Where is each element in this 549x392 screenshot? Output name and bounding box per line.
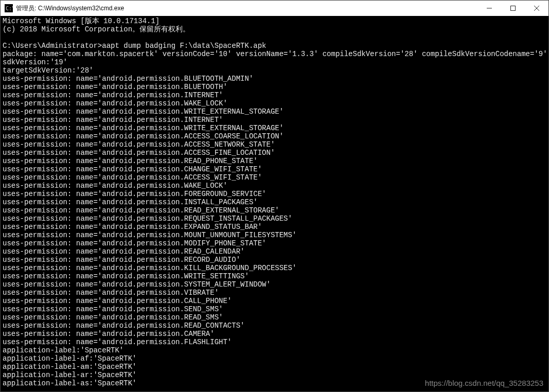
line: uses-permission: name='android.permissio… [3,190,266,198]
line: uses-permission: name='android.permissio… [3,297,232,305]
line: uses-permission: name='android.permissio… [3,256,240,264]
line: uses-permission: name='android.permissio… [3,157,258,165]
line: uses-permission: name='android.permissio… [3,215,292,223]
line: uses-permission: name='android.permissio… [3,280,271,289]
line: uses-permission: name='android.permissio… [3,124,284,132]
line: uses-permission: name='android.permissio… [3,108,284,116]
window-controls [477,1,548,16]
line: uses-permission: name='android.permissio… [3,330,215,338]
line: uses-permission: name='android.permissio… [3,83,227,91]
line: uses-permission: name='android.permissio… [3,132,284,140]
line: uses-permission: name='android.permissio… [3,173,262,182]
line: uses-permission: name='android.permissio… [3,116,223,124]
line: uses-permission: name='android.permissio… [3,289,219,297]
line: uses-permission: name='android.permissio… [3,182,227,190]
line: uses-permission: name='android.permissio… [3,99,227,108]
line: application-label:'SpaceRTK' [3,346,123,354]
line: application-label-am:'SpaceRTK' [3,363,136,371]
minimize-button[interactable] [477,1,501,16]
line: uses-permission: name='android.permissio… [3,239,266,247]
line: application-label-af:'SpaceRTK' [3,354,136,363]
line: application-label-as:'SpaceRTK' [3,379,136,387]
line: uses-permission: name='android.permissio… [3,305,223,313]
line: Microsoft Windows [版本 10.0.17134.1] [3,17,160,25]
line: application-label-ar:'SpaceRTK' [3,371,136,379]
svg-rect-3 [511,6,516,11]
cmd-icon: C:\ [5,4,13,12]
line: package: name='com.markton.spacertk' ver… [3,50,547,58]
prompt: C:\Users\Administrator> [3,42,102,50]
command: aapt dump badging F:\data\SpaceRTK.apk [102,42,266,50]
svg-text:C:\: C:\ [6,6,13,11]
line: uses-permission: name='android.permissio… [3,140,275,149]
line: uses-permission: name='android.permissio… [3,75,253,83]
line: sdkVersion:'19' [3,58,67,66]
line: uses-permission: name='android.permissio… [3,264,296,272]
line: uses-permission: name='android.permissio… [3,149,275,157]
maximize-button[interactable] [501,1,525,16]
line: uses-permission: name='android.permissio… [3,322,244,330]
close-button[interactable] [525,1,548,16]
window-title: 管理员: C:\Windows\system32\cmd.exe [16,4,477,13]
line: uses-permission: name='android.permissio… [3,206,279,215]
line: uses-permission: name='android.permissio… [3,165,262,173]
line: uses-permission: name='android.permissio… [3,231,296,239]
line: targetSdkVersion:'28' [3,66,93,75]
line: uses-permission: name='android.permissio… [3,91,223,99]
line: uses-permission: name='android.permissio… [3,313,223,322]
line: uses-permission: name='android.permissio… [3,338,232,346]
line: (c) 2018 Microsoft Corporation。保留所有权利。 [3,25,190,33]
terminal-output[interactable]: Microsoft Windows [版本 10.0.17134.1] (c) … [1,16,548,391]
titlebar[interactable]: C:\ 管理员: C:\Windows\system32\cmd.exe [1,1,548,16]
line: uses-permission: name='android.permissio… [3,198,258,206]
cmd-window: C:\ 管理员: C:\Windows\system32\cmd.exe Mic… [0,0,549,392]
line: uses-permission: name='android.permissio… [3,247,244,256]
line: uses-permission: name='android.permissio… [3,272,249,280]
line: uses-permission: name='android.permissio… [3,223,262,231]
watermark: https://blog.csdn.net/qq_35283253 [425,379,543,387]
